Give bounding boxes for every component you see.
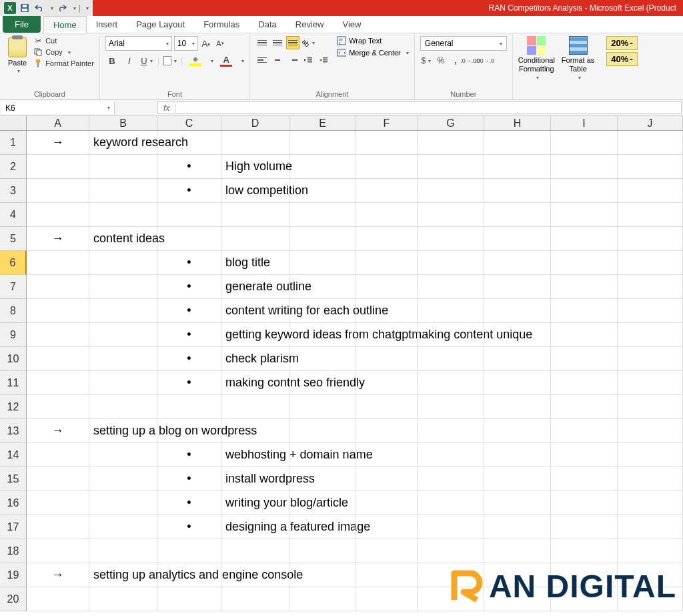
- cell-B19[interactable]: setting up analytics and engine console: [89, 563, 157, 587]
- cell-A8[interactable]: [27, 299, 89, 323]
- cell-F12[interactable]: [356, 395, 418, 419]
- cell-B8[interactable]: [89, 299, 157, 323]
- cell-E14[interactable]: [289, 443, 356, 467]
- align-right-button[interactable]: [286, 53, 299, 67]
- cell-H7[interactable]: [484, 275, 551, 299]
- cell-F14[interactable]: [356, 443, 418, 467]
- cell-G4[interactable]: [418, 203, 484, 227]
- formula-input[interactable]: [175, 103, 681, 113]
- row-header-5[interactable]: 5: [0, 227, 27, 251]
- cell-F15[interactable]: [356, 467, 418, 491]
- row-header-18[interactable]: 18: [0, 539, 27, 563]
- cell-H15[interactable]: [484, 467, 551, 491]
- row-header-1[interactable]: 1: [0, 131, 27, 155]
- cell-E18[interactable]: [289, 539, 356, 563]
- cell-B16[interactable]: [89, 491, 157, 515]
- column-header-B[interactable]: B: [89, 116, 157, 130]
- cell-I2[interactable]: [551, 155, 618, 179]
- cell-G6[interactable]: [418, 251, 484, 275]
- cell-I3[interactable]: [551, 179, 618, 203]
- cell-E5[interactable]: [289, 227, 356, 251]
- cell-F16[interactable]: [356, 491, 418, 515]
- cell-J18[interactable]: [618, 539, 683, 563]
- tab-home[interactable]: Home: [43, 16, 87, 33]
- fill-color-button[interactable]: [187, 55, 204, 67]
- cell-C20[interactable]: [157, 587, 221, 611]
- cell-C12[interactable]: [157, 395, 221, 419]
- cell-F11[interactable]: [356, 371, 418, 395]
- fx-icon[interactable]: fx: [158, 103, 175, 113]
- cell-I10[interactable]: [551, 347, 618, 371]
- cell-J9[interactable]: [618, 323, 683, 347]
- cell-G3[interactable]: [418, 179, 484, 203]
- cell-E7[interactable]: [289, 275, 356, 299]
- cell-H16[interactable]: [484, 491, 551, 515]
- cell-C3[interactable]: •: [157, 179, 221, 203]
- cell-E3[interactable]: [289, 179, 356, 203]
- cell-H17[interactable]: [484, 515, 551, 539]
- cell-G14[interactable]: [418, 443, 484, 467]
- cell-E9[interactable]: [289, 323, 356, 347]
- cell-I1[interactable]: [551, 131, 618, 155]
- cell-B11[interactable]: [89, 371, 157, 395]
- cell-C14[interactable]: •: [157, 443, 221, 467]
- column-header-F[interactable]: F: [356, 116, 418, 130]
- copy-button[interactable]: Copy▾: [33, 47, 94, 57]
- cell-E20[interactable]: [289, 587, 356, 611]
- align-left-button[interactable]: [255, 53, 269, 67]
- cell-E12[interactable]: [289, 395, 356, 419]
- cell-E15[interactable]: [289, 467, 356, 491]
- cell-J17[interactable]: [618, 515, 683, 539]
- name-box[interactable]: K6▾: [1, 101, 115, 114]
- decrease-indent-button[interactable]: [301, 53, 315, 67]
- cell-H14[interactable]: [484, 443, 551, 467]
- cell-G10[interactable]: [418, 347, 484, 371]
- increase-font-icon[interactable]: A▴: [200, 37, 212, 49]
- cell-D9[interactable]: getting keyword ideas from chatgptmaking…: [221, 323, 289, 347]
- font-name-select[interactable]: Arial▾: [105, 36, 172, 51]
- format-painter-button[interactable]: Format Painter: [33, 59, 94, 68]
- cell-C2[interactable]: •: [157, 155, 221, 179]
- cell-C7[interactable]: •: [157, 275, 221, 299]
- paste-button[interactable]: Paste ▾: [5, 36, 29, 89]
- cell-F7[interactable]: [356, 275, 418, 299]
- tab-page-layout[interactable]: Page Layout: [127, 16, 194, 33]
- cell-F19[interactable]: [356, 563, 418, 587]
- cell-A17[interactable]: [27, 515, 89, 539]
- cell-B6[interactable]: [89, 251, 157, 275]
- cell-D14[interactable]: webhosting + domain name: [221, 443, 289, 467]
- cell-H2[interactable]: [484, 155, 551, 179]
- cell-C13[interactable]: [157, 419, 221, 443]
- cell-A2[interactable]: [27, 155, 89, 179]
- cell-J7[interactable]: [618, 275, 683, 299]
- cell-G17[interactable]: [418, 515, 484, 539]
- row-header-2[interactable]: 2: [0, 155, 27, 179]
- cell-C1[interactable]: [157, 131, 221, 155]
- increase-indent-button[interactable]: [317, 53, 330, 67]
- number-format-select[interactable]: General▾: [420, 36, 507, 51]
- tab-review[interactable]: Review: [286, 16, 333, 33]
- cell-G8[interactable]: [418, 299, 484, 323]
- currency-button[interactable]: $▾: [420, 55, 432, 67]
- cell-B20[interactable]: [89, 587, 157, 611]
- undo-icon[interactable]: [33, 2, 45, 14]
- cell-J12[interactable]: [618, 395, 683, 419]
- align-middle-button[interactable]: [271, 36, 284, 49]
- cell-D19[interactable]: [221, 563, 289, 587]
- cut-button[interactable]: ✂Cut: [33, 36, 94, 45]
- row-header-15[interactable]: 15: [0, 467, 27, 491]
- cell-D15[interactable]: install wordpress: [221, 467, 289, 491]
- cell-C17[interactable]: •: [157, 515, 221, 539]
- cell-F1[interactable]: [356, 131, 418, 155]
- column-header-H[interactable]: H: [484, 116, 551, 130]
- cell-F9[interactable]: [356, 323, 418, 347]
- cell-B14[interactable]: [89, 443, 157, 467]
- cell-B12[interactable]: [89, 395, 157, 419]
- cell-G16[interactable]: [418, 491, 484, 515]
- cell-I9[interactable]: [551, 323, 618, 347]
- row-header-4[interactable]: 4: [0, 203, 27, 227]
- cell-J2[interactable]: [618, 155, 683, 179]
- cell-J4[interactable]: [618, 203, 683, 227]
- cell-F6[interactable]: [356, 251, 418, 275]
- cell-C8[interactable]: •: [157, 299, 221, 323]
